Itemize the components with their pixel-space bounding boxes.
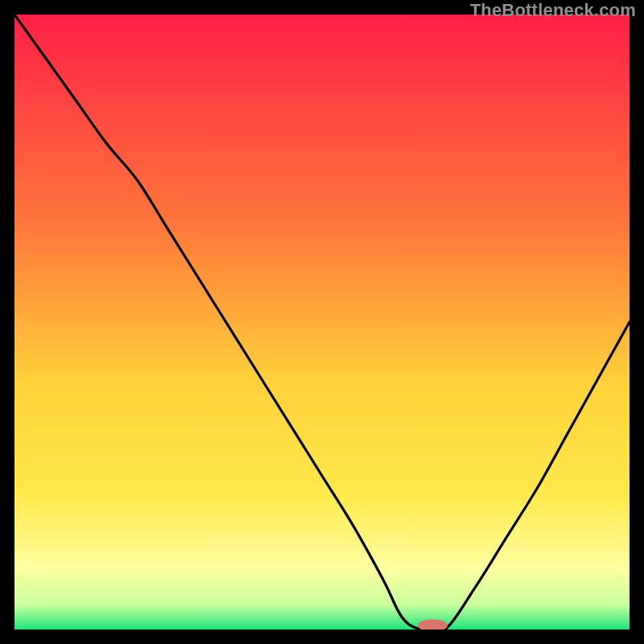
- outer-frame: TheBottleneck.com: [0, 0, 644, 644]
- watermark-text: TheBottleneck.com: [470, 0, 636, 21]
- bottleneck-curve: [14, 14, 630, 630]
- plot-area: [14, 14, 630, 630]
- optimal-marker: [418, 619, 448, 630]
